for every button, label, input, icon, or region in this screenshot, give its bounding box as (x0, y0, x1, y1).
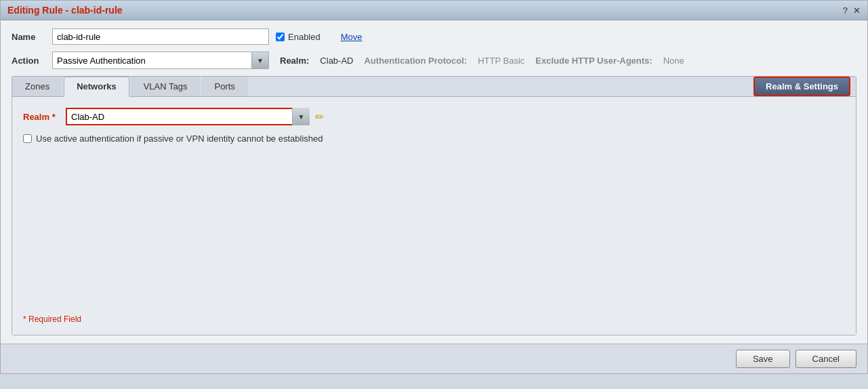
dialog-footer: Save Cancel (1, 344, 867, 373)
active-auth-label: Use active authentication if passive or … (36, 134, 323, 144)
help-button[interactable]: ? (843, 5, 848, 16)
action-select[interactable]: Passive Authentication (52, 52, 269, 69)
exclude-agents-value: None (663, 56, 684, 66)
realm-settings-button[interactable]: Realm & Settings (753, 77, 850, 96)
realm-field-label: Realm * (23, 112, 60, 122)
realm-required-marker: * (52, 112, 56, 122)
tab-content: Realm * Clab-AD ▼ ✏ Use active authentic… (12, 97, 856, 335)
cancel-button[interactable]: Cancel (795, 350, 856, 368)
tab-ports[interactable]: Ports (201, 77, 247, 96)
tab-vlan-tags[interactable]: VLAN Tags (131, 77, 201, 96)
realm-edit-icon[interactable]: ✏ (315, 110, 324, 123)
realm-meta-value: Clab-AD (320, 56, 353, 66)
name-label: Name (12, 32, 45, 42)
name-row: Name Enabled Move (12, 28, 856, 45)
realm-select-wrapper: Clab-AD ▼ (66, 108, 310, 125)
move-link[interactable]: Move (341, 32, 363, 42)
active-auth-checkbox[interactable] (23, 134, 32, 143)
meta-row: Realm: Clab-AD Authentication Protocol: … (280, 56, 684, 66)
required-note: * Required Field (23, 310, 845, 324)
tab-zones[interactable]: Zones (12, 77, 62, 96)
action-select-wrapper: Passive Authentication ▼ (52, 52, 269, 69)
dialog-titlebar: Editing Rule - clab-id-rule ? ✕ (1, 1, 867, 20)
action-label: Action (12, 56, 45, 66)
content-spacer (23, 152, 845, 302)
enabled-checkbox[interactable] (276, 33, 285, 41)
save-button[interactable]: Save (736, 350, 790, 368)
dialog-controls: ? ✕ (843, 5, 861, 16)
tab-networks[interactable]: Networks (64, 77, 129, 97)
enabled-row: Enabled (276, 32, 321, 42)
tabs-header: Zones Networks VLAN Tags Ports Realm & S… (12, 77, 856, 97)
auth-protocol-value: HTTP Basic (478, 56, 524, 66)
exclude-agents-label: Exclude HTTP User-Agents: (535, 56, 652, 66)
tabs-area: Zones Networks VLAN Tags Ports Realm & S… (12, 76, 856, 335)
dialog-body: Name Enabled Move Action Passive Authent… (1, 20, 867, 344)
name-input[interactable] (52, 28, 269, 45)
realm-meta-label: Realm: (280, 56, 309, 66)
action-row: Action Passive Authentication ▼ Realm: C… (12, 52, 856, 69)
enabled-label: Enabled (288, 32, 321, 42)
checkbox-row: Use active authentication if passive or … (23, 134, 845, 144)
realm-select[interactable]: Clab-AD (66, 108, 310, 125)
close-button[interactable]: ✕ (853, 5, 861, 16)
dialog-title: Editing Rule - clab-id-rule (7, 5, 123, 16)
auth-protocol-label: Authentication Protocol: (364, 56, 467, 66)
realm-row: Realm * Clab-AD ▼ ✏ (23, 108, 845, 125)
